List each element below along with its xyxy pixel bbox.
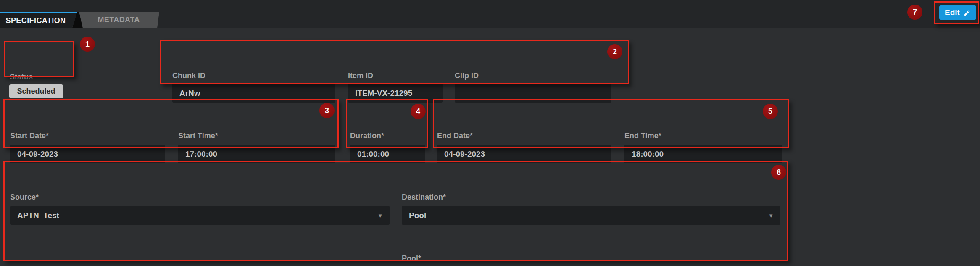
annotation-circle-6: 6 (771, 165, 786, 180)
tab-bar: SPECIFICATION METADATA Edit (0, 0, 980, 28)
chevron-down-icon: ▼ (768, 212, 774, 219)
destination-value: Pool (409, 211, 426, 220)
clip-id-label: Clip ID (455, 71, 479, 80)
end-time-label: End Time* (624, 132, 661, 140)
chunk-id-field[interactable]: ArNw (172, 84, 335, 103)
pencil-icon (964, 9, 971, 16)
tab-specification[interactable]: SPECIFICATION (0, 12, 77, 28)
annotation-circle-3: 3 (319, 103, 335, 118)
annotation-circle-1: 1 (80, 37, 95, 52)
end-date-label: End Date* (437, 132, 473, 140)
chunk-id-label: Chunk ID (172, 71, 205, 80)
chevron-down-icon: ▼ (377, 212, 383, 219)
tab-metadata[interactable]: METADATA (78, 12, 159, 28)
specification-page: SPECIFICATION METADATA Edit Status Sched… (0, 0, 980, 266)
edit-button-label: Edit (945, 8, 960, 17)
source-label: Source* (10, 193, 39, 202)
start-date-field[interactable]: 04-09-2023 (10, 145, 165, 163)
pool-label: Pool* (402, 254, 421, 263)
status-badge: Scheduled (9, 84, 63, 98)
duration-label: Duration* (350, 132, 384, 140)
edit-button[interactable]: Edit (939, 5, 976, 20)
end-time-field[interactable]: 18:00:00 (624, 145, 782, 163)
annotation-circle-5: 5 (763, 104, 778, 119)
annotation-circle-2: 2 (607, 44, 622, 59)
source-select[interactable]: APTN Test ▼ (10, 206, 390, 225)
start-date-label: Start Date* (10, 132, 49, 140)
annotation-circle-4: 4 (411, 104, 426, 119)
duration-field[interactable]: 01:00:00 (350, 145, 425, 163)
end-date-field[interactable]: 04-09-2023 (437, 145, 611, 163)
clip-id-field[interactable] (455, 84, 611, 103)
specification-form: Status Scheduled Chunk ID ArNw Item ID I… (0, 28, 980, 266)
start-time-field[interactable]: 17:00:00 (178, 145, 335, 163)
annotation-circle-7: 7 (907, 5, 922, 20)
item-id-label: Item ID (348, 71, 373, 80)
destination-select[interactable]: Pool ▼ (402, 206, 780, 225)
source-value: APTN Test (17, 211, 59, 220)
destination-label: Destination* (402, 193, 446, 202)
start-time-label: Start Time* (178, 132, 218, 140)
item-id-field[interactable]: ITEM-VX-21295 (348, 84, 443, 103)
status-label: Status (10, 73, 33, 82)
